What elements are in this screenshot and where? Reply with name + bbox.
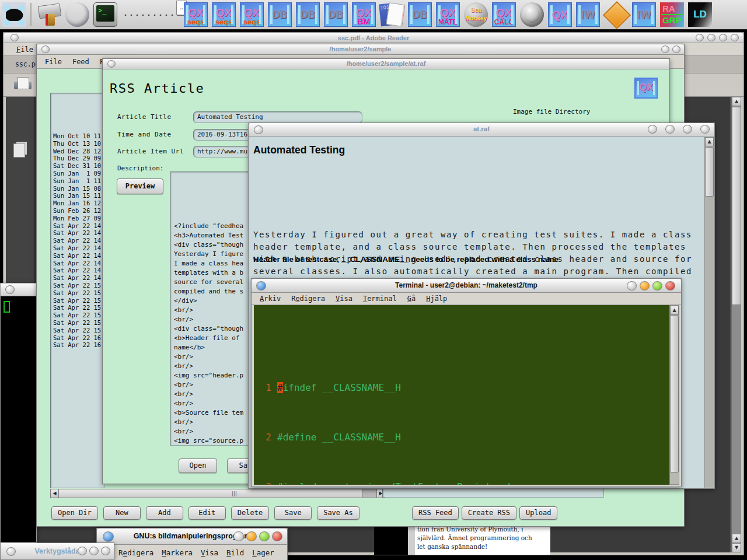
action-button[interactable]: Save <box>274 506 312 520</box>
list-item[interactable]: Sat Apr 22 15 <box>53 289 104 297</box>
qx-icon[interactable]: QX <box>548 2 572 27</box>
list-item[interactable]: Sat Apr 22 15 <box>53 312 104 319</box>
article-date-list[interactable]: Mon Oct 10 11Thu Oct 13 10Wed Dec 28 12T… <box>50 93 104 488</box>
directory-entry-field[interactable] <box>382 488 604 498</box>
list-item[interactable]: Sat Apr 22 15 <box>53 327 104 334</box>
action-button[interactable]: Create RSS <box>462 506 516 520</box>
window-button[interactable] <box>661 46 669 53</box>
list-item[interactable]: Sun Jan 15 08 <box>53 185 104 192</box>
list-item[interactable]: Mon Oct 10 11 <box>53 132 104 140</box>
qx-image-icon[interactable]: QX <box>636 79 657 97</box>
menu-item[interactable]: Redigera <box>291 295 325 303</box>
iw-icon[interactable]: IW <box>632 2 656 27</box>
titlebar[interactable] <box>1 284 36 296</box>
menu-item[interactable]: Hjälp <box>426 295 447 303</box>
shade-button[interactable] <box>246 531 257 541</box>
menu-item[interactable]: Visa <box>201 548 218 557</box>
minimize-button[interactable] <box>627 281 637 290</box>
window-button[interactable] <box>700 125 710 134</box>
menu-item[interactable]: Feed <box>72 58 89 66</box>
window-button[interactable] <box>665 125 675 134</box>
menu-item[interactable]: Redigera <box>118 548 153 557</box>
window-button[interactable] <box>89 547 99 555</box>
list-item[interactable]: Sun Jan 1 09 <box>53 170 104 177</box>
list-item[interactable]: Sat Apr 22 14 <box>53 237 104 244</box>
preview-titlebar[interactable]: at.raf <box>249 123 714 136</box>
list-item[interactable]: Sat Apr 22 15 <box>53 304 104 312</box>
horizontal-scrollbar[interactable]: ◀ ||| ▶ <box>50 489 385 498</box>
window-button[interactable] <box>648 125 657 134</box>
action-button[interactable]: Upload <box>519 506 557 520</box>
open-button[interactable]: Open <box>179 459 217 473</box>
action-button[interactable]: Add <box>146 506 183 520</box>
diamond-icon[interactable] <box>604 2 628 27</box>
window-button[interactable] <box>707 34 715 41</box>
db-icon[interactable]: DB <box>408 2 432 27</box>
list-item[interactable]: Sat Apr 22 14 <box>53 274 104 282</box>
qx-seqs-icon[interactable]: QX seqs <box>212 2 236 27</box>
binary-document-icon[interactable] <box>380 2 404 27</box>
list-item[interactable]: Thu Dec 29 09 <box>53 155 104 162</box>
maximize-button[interactable] <box>259 531 270 541</box>
scroll-up-icon[interactable]: ▲ <box>732 534 741 543</box>
gimp-titlebar[interactable]: GNU:s bildmanipuleringsprogram <box>97 528 287 545</box>
ld-icon[interactable]: LD <box>688 2 712 27</box>
seamonkey-icon[interactable]: Sea Monkey <box>464 2 488 27</box>
close-button[interactable] <box>665 281 675 290</box>
swirl-icon[interactable] <box>520 2 544 27</box>
toolbox-titlebar[interactable]: Verktygslåda <box>1 543 114 560</box>
workspace-pager[interactable]: .. <box>121 2 180 27</box>
action-button[interactable]: Delete <box>231 506 269 520</box>
list-item[interactable]: Sat Apr 22 14 <box>53 267 104 274</box>
article-title-input[interactable]: Automated Testing <box>193 111 362 123</box>
maximize-button[interactable] <box>652 281 662 290</box>
list-item[interactable]: Sat Apr 22 15 <box>53 319 104 327</box>
scrollbar-thumb[interactable] <box>705 147 714 197</box>
list-item[interactable]: Mon Jan 16 12 <box>53 200 104 207</box>
list-item[interactable]: Sat Apr 22 16 <box>53 341 104 349</box>
menu-item[interactable]: Visa <box>336 295 352 303</box>
menu-item[interactable]: Gå <box>407 295 416 303</box>
menu-item[interactable]: Arkiv <box>260 295 281 303</box>
list-item[interactable]: Wed Dec 28 12 <box>53 148 104 155</box>
db-icon[interactable]: DB <box>268 2 292 27</box>
minimize-button[interactable] <box>233 531 244 541</box>
action-button[interactable]: New <box>103 506 141 520</box>
window-button[interactable] <box>731 34 739 41</box>
ra-grp-icon[interactable]: RA GRP <box>660 2 684 27</box>
window-button[interactable] <box>696 34 704 41</box>
form-titlebar[interactable]: /home/user2/sample/at.raf <box>103 59 669 69</box>
menu-item[interactable]: File <box>16 46 33 54</box>
close-button[interactable] <box>272 531 282 541</box>
list-item[interactable]: Sat Dec 31 10 <box>53 162 104 170</box>
scrollbar-grip[interactable]: ||| <box>232 491 238 496</box>
list-item[interactable]: Sun Feb 26 12 <box>53 207 104 215</box>
action-button[interactable]: Edit <box>189 506 226 520</box>
window-button[interactable] <box>78 547 87 555</box>
qx-seqs-icon[interactable]: QX seqs <box>184 2 208 27</box>
adobe-titlebar[interactable]: ssc.pdf - Adobe Reader <box>4 33 743 43</box>
sample-titlebar[interactable]: /home/user2/sample <box>37 44 684 55</box>
scrollbar-thumb[interactable] <box>670 315 679 473</box>
adobe-vertical-scrollbar[interactable]: ▲ ▲ ▼ <box>731 97 741 552</box>
db-icon[interactable]: DB <box>296 2 320 27</box>
list-item[interactable]: Sat Apr 22 15 <box>53 297 104 304</box>
scroll-down-icon[interactable]: ▼ <box>732 543 741 552</box>
terminal-titlebar[interactable]: Terminal - user2@debian: ~/maketest2/tmp <box>252 279 681 293</box>
preview-button[interactable]: Preview <box>117 178 163 194</box>
menu-item[interactable]: Bild <box>226 548 244 557</box>
menu-item[interactable]: Markera <box>162 548 193 557</box>
scrollbar-thumb[interactable] <box>732 107 741 305</box>
list-item[interactable]: Thu Oct 13 10 <box>53 140 104 148</box>
list-item[interactable]: Sun Jan 15 11 <box>53 192 104 200</box>
menu-item[interactable]: File <box>45 58 62 66</box>
scroll-up-icon[interactable]: ▲ <box>705 137 714 146</box>
scroll-left-icon[interactable]: ◀ <box>51 489 59 498</box>
list-item[interactable]: Sat Apr 22 14 <box>53 260 104 267</box>
window-button[interactable] <box>101 547 110 555</box>
list-item[interactable]: Sat Apr 22 14 <box>53 244 104 252</box>
web-browser-globe-icon[interactable] <box>65 2 89 27</box>
action-button[interactable]: Save As <box>317 506 359 520</box>
list-item[interactable]: Sat Apr 22 16 <box>53 334 104 342</box>
scroll-up-icon[interactable]: ▲ <box>732 97 741 106</box>
